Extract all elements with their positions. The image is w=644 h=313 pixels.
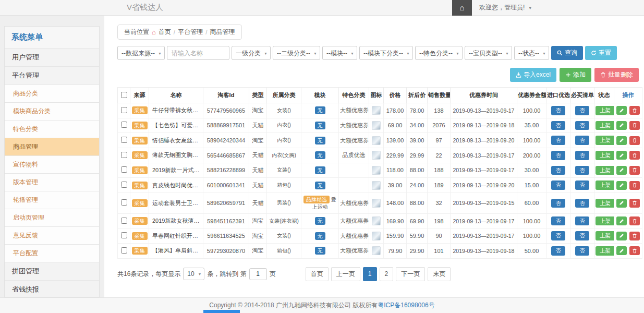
row-checkbox[interactable] bbox=[121, 199, 127, 206]
status-button[interactable]: 上架 bbox=[596, 180, 614, 190]
delete-button[interactable] bbox=[629, 181, 640, 190]
import-select-toggle[interactable]: 否 bbox=[551, 106, 565, 115]
row-checkbox[interactable] bbox=[121, 152, 127, 158]
must-buy-toggle[interactable]: 否 bbox=[575, 166, 589, 175]
status-button[interactable]: 上架 bbox=[596, 121, 614, 130]
status-button[interactable]: 上架 bbox=[596, 151, 614, 160]
pager-button[interactable]: 首页 bbox=[306, 267, 329, 281]
sidebar-menu-item[interactable]: 特色分类 bbox=[5, 120, 99, 138]
data-source-select[interactable]: --数据来源-- bbox=[117, 46, 165, 60]
sidebar-menu-item[interactable]: 用户管理 bbox=[5, 48, 99, 66]
row-checkbox[interactable] bbox=[121, 107, 127, 113]
must-buy-toggle[interactable]: 否 bbox=[575, 106, 589, 115]
pager-button[interactable]: 下一页 bbox=[396, 267, 425, 281]
row-checkbox[interactable] bbox=[121, 122, 127, 128]
status-button[interactable]: 上架 bbox=[596, 136, 614, 145]
status-button[interactable]: 上架 bbox=[596, 231, 614, 240]
must-buy-toggle[interactable]: 否 bbox=[575, 231, 589, 240]
edit-button[interactable] bbox=[616, 216, 627, 225]
pager-button[interactable]: 1 bbox=[363, 267, 377, 281]
import-select-toggle[interactable]: 否 bbox=[551, 166, 565, 175]
edit-button[interactable] bbox=[616, 199, 627, 208]
must-buy-toggle[interactable]: 否 bbox=[575, 180, 589, 190]
row-checkbox[interactable] bbox=[121, 182, 127, 188]
sidebar-menu-item[interactable]: 轮播管理 bbox=[5, 191, 99, 209]
status-button[interactable]: 上架 bbox=[596, 166, 614, 175]
filter-select[interactable]: 一级分类 bbox=[232, 46, 271, 60]
pager-button[interactable]: 上一页 bbox=[331, 267, 360, 281]
must-buy-toggle[interactable]: 否 bbox=[575, 151, 589, 160]
select-all-checkbox[interactable] bbox=[121, 92, 127, 98]
status-button[interactable]: 上架 bbox=[596, 106, 614, 115]
delete-button[interactable] bbox=[629, 166, 640, 175]
status-button[interactable]: 上架 bbox=[596, 199, 614, 208]
import-select-toggle[interactable]: 否 bbox=[551, 151, 565, 160]
delete-button[interactable] bbox=[629, 151, 640, 160]
row-checkbox[interactable] bbox=[121, 166, 127, 173]
import-select-toggle[interactable]: 否 bbox=[551, 231, 565, 240]
row-checkbox[interactable] bbox=[121, 247, 127, 254]
must-buy-toggle[interactable]: 否 bbox=[575, 216, 589, 226]
user-menu[interactable]: 欢迎您，管理员! ▼ bbox=[472, 3, 644, 12]
pager-button[interactable]: 2 bbox=[380, 267, 394, 281]
edit-button[interactable] bbox=[616, 232, 627, 240]
row-checkbox[interactable] bbox=[121, 218, 127, 224]
must-buy-toggle[interactable]: 否 bbox=[575, 136, 589, 145]
pager-button[interactable]: 末页 bbox=[428, 267, 451, 281]
sidebar-menu-item[interactable]: 宣传物料 bbox=[5, 155, 99, 173]
delete-button[interactable] bbox=[629, 246, 640, 255]
import-select-toggle[interactable]: 否 bbox=[551, 180, 565, 190]
import-select-toggle[interactable]: 否 bbox=[551, 246, 565, 256]
home-button[interactable]: ⌂ bbox=[452, 0, 472, 16]
sidebar-menu-item[interactable]: 拼团管理 bbox=[5, 262, 99, 280]
search-button[interactable]: 查询 bbox=[551, 46, 583, 60]
delete-button[interactable] bbox=[629, 216, 640, 225]
sidebar-menu-item[interactable]: 启动页管理 bbox=[5, 209, 99, 226]
sidebar-menu-item[interactable]: 版本管理 bbox=[5, 173, 99, 191]
sidebar-menu-item[interactable]: 商品分类 bbox=[5, 85, 99, 102]
filter-select[interactable]: --二级分类-- bbox=[273, 46, 320, 60]
filter-select[interactable]: --状态-- bbox=[514, 46, 549, 60]
status-button[interactable]: 上架 bbox=[596, 216, 614, 226]
sidebar-menu-item[interactable]: 意见反馈 bbox=[5, 226, 99, 244]
batch-delete-button[interactable]: 批量删除 bbox=[594, 68, 639, 82]
import-select-toggle[interactable]: 否 bbox=[551, 136, 565, 145]
breadcrumb-level2[interactable]: 平台管理 bbox=[178, 28, 203, 37]
row-checkbox[interactable] bbox=[121, 232, 127, 238]
sidebar-menu-item[interactable]: 省钱快报 bbox=[5, 280, 99, 297]
sidebar-menu-item[interactable]: 平台管理 bbox=[5, 66, 99, 85]
sidebar-menu-item[interactable]: 平台配置 bbox=[5, 244, 99, 262]
edit-button[interactable] bbox=[616, 136, 627, 145]
delete-button[interactable] bbox=[629, 199, 640, 208]
edit-button[interactable] bbox=[616, 246, 627, 255]
import-select-toggle[interactable]: 否 bbox=[551, 121, 565, 130]
page-jump-input[interactable] bbox=[249, 268, 267, 280]
row-checkbox[interactable] bbox=[121, 137, 127, 143]
filter-select[interactable]: --模块下分类-- bbox=[359, 46, 413, 60]
edit-button[interactable] bbox=[616, 166, 627, 175]
reset-button[interactable]: 重置 bbox=[585, 46, 617, 60]
delete-button[interactable] bbox=[629, 121, 640, 130]
import-select-toggle[interactable]: 否 bbox=[551, 199, 565, 208]
edit-button[interactable] bbox=[616, 151, 627, 160]
breadcrumb-home-link[interactable]: 首页 bbox=[159, 28, 171, 37]
delete-button[interactable] bbox=[629, 106, 640, 115]
icp-link[interactable]: 粤ICP备16098006号 bbox=[378, 301, 434, 310]
must-buy-toggle[interactable]: 否 bbox=[575, 199, 589, 208]
status-button[interactable]: 上架 bbox=[596, 246, 614, 256]
must-buy-toggle[interactable]: 否 bbox=[575, 246, 589, 256]
add-button[interactable]: 添加 bbox=[560, 68, 591, 82]
filter-select[interactable]: --宝贝类型-- bbox=[465, 46, 512, 60]
delete-button[interactable] bbox=[629, 136, 640, 145]
sidebar-menu-item[interactable]: 模块商品分类 bbox=[5, 102, 99, 120]
filter-select[interactable]: --特色分类-- bbox=[415, 46, 463, 60]
per-page-select[interactable]: 10 bbox=[183, 268, 204, 280]
edit-button[interactable] bbox=[616, 106, 627, 115]
import-excel-button[interactable]: 导入excel bbox=[510, 68, 556, 82]
name-search-input[interactable] bbox=[167, 46, 229, 60]
must-buy-toggle[interactable]: 否 bbox=[575, 121, 589, 130]
sidebar-menu-item[interactable]: 商品管理 bbox=[5, 138, 99, 155]
import-select-toggle[interactable]: 否 bbox=[551, 216, 565, 226]
edit-button[interactable] bbox=[616, 121, 627, 130]
filter-select[interactable]: --模块-- bbox=[322, 46, 357, 60]
